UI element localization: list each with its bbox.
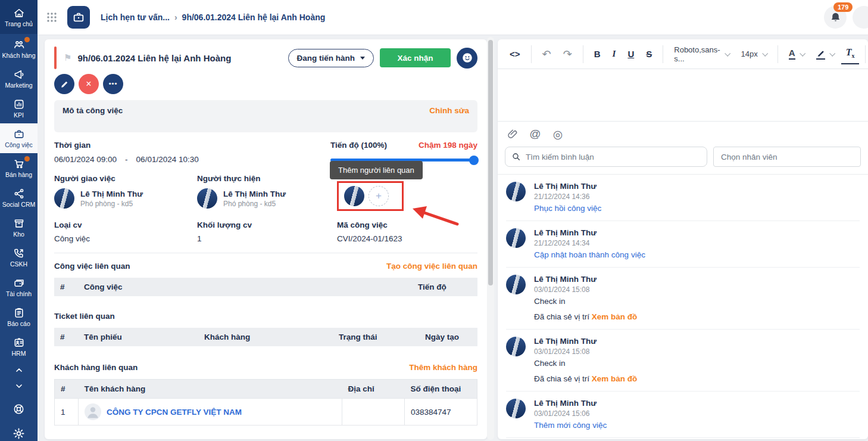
location-pin-icon[interactable]: ◎ xyxy=(551,128,564,141)
font-family-value: Roboto,sans-s... xyxy=(674,45,720,63)
add-related-tooltip: Thêm người liên quan xyxy=(330,161,423,179)
sidebar-footer xyxy=(0,365,38,440)
sidebar-item-cart[interactable]: Bán hàng xyxy=(0,153,38,183)
sidebar-item-label: Khách hàng xyxy=(2,52,35,59)
breadcrumb-current: 9h/06.01.2024 Liên hệ lại Anh Hoàng xyxy=(182,13,326,22)
sidebar-item-home[interactable]: Trang chủ xyxy=(0,0,38,34)
comment-item: Lê Thị Minh Thư03/01/2024 15:06Thêm mới … xyxy=(506,392,860,438)
strikethrough-button[interactable]: S xyxy=(641,45,657,63)
bold-button[interactable]: B xyxy=(589,45,605,63)
comment-shared-location: Đã chia sẻ vị trí Xem bản đồ xyxy=(534,312,637,321)
underline-button[interactable]: U xyxy=(623,45,639,63)
view-map-link[interactable]: Xem bản đồ xyxy=(592,374,638,383)
highlight-color-select[interactable] xyxy=(811,45,839,63)
confirm-button[interactable]: Xác nhận xyxy=(380,48,451,67)
comment-body: Lê Thị Minh Thư03/01/2024 15:06Thêm mới … xyxy=(534,399,607,430)
comment-action[interactable]: Cập nhật hoàn thành công việc xyxy=(534,250,645,259)
comment-list: Lê Thị Minh Thư21/12/2024 14:36Phục hồi … xyxy=(498,174,868,439)
column-header: Công việc xyxy=(78,278,412,296)
status-dropdown[interactable]: Đang tiến hành xyxy=(288,49,374,67)
avatar[interactable] xyxy=(344,186,364,206)
sidebar-item-customers[interactable]: Khách hàng xyxy=(0,34,38,64)
task-action-buttons: × ••• xyxy=(54,74,477,94)
undo-icon[interactable]: ↶ xyxy=(538,44,556,64)
code-view-button[interactable]: <> xyxy=(505,45,525,63)
view-map-link[interactable]: Xem bản đồ xyxy=(592,312,638,321)
caret-down-icon xyxy=(360,57,365,60)
comment-action[interactable]: Phục hồi công việc xyxy=(534,204,601,213)
customer-address xyxy=(342,399,405,426)
comment-author: Lê Thị Minh Thư xyxy=(534,399,607,408)
comment-action: Check in xyxy=(534,297,637,306)
edit-task-button[interactable] xyxy=(54,74,74,94)
comment-author: Lê Thị Minh Thư xyxy=(534,228,645,237)
sidebar-item-label: HRM xyxy=(12,350,26,357)
add-related-person-button[interactable]: + xyxy=(369,186,389,206)
sidebar-item-label: Trang chủ xyxy=(5,21,33,27)
title-actions: Đang tiến hành Xác nhận xyxy=(288,48,478,69)
comment-search-input[interactable] xyxy=(526,153,701,162)
box-icon xyxy=(13,218,25,229)
customer-link[interactable]: CÔNG TY CPCN GETFLY VIỆT NAM xyxy=(85,403,336,420)
comment-editor-area[interactable] xyxy=(498,69,868,122)
comment-body: Lê Thị Minh Thư03/01/2024 15:08Check inĐ… xyxy=(534,275,637,321)
attachment-paperclip-icon[interactable] xyxy=(506,128,519,141)
sidebar-item-finance[interactable]: Tài chính xyxy=(0,272,38,302)
assigner-person[interactable]: Lê Thị Minh Thư Phó phòng - kd5 xyxy=(54,188,197,209)
breadcrumb-parent[interactable]: Lịch hẹn tư vấn... xyxy=(101,13,170,22)
progress-slider-knob[interactable] xyxy=(469,156,479,165)
avatar xyxy=(54,188,74,209)
feedback-smiley-button[interactable] xyxy=(457,48,477,69)
sidebar-item-kpi[interactable]: KPI xyxy=(0,94,38,123)
add-customer-link[interactable]: Thêm khách hàng xyxy=(409,363,477,372)
description-section: Mô tả công việc Chỉnh sửa xyxy=(54,100,477,132)
comment-shared-location: Đã chia sẻ vị trí Xem bản đồ xyxy=(534,374,637,383)
people-row: Người giao việc Lê Thị Minh Thư Phó phòn… xyxy=(54,174,477,211)
clear-formatting-button[interactable]: Tx xyxy=(841,44,860,64)
mention-at-icon[interactable]: @ xyxy=(529,128,542,141)
column-header: Khách hàng xyxy=(198,328,333,346)
sidebar-item-label: Marketing xyxy=(5,82,32,89)
assignee-person[interactable]: Lê Thị Minh Thư Phó phòng - kd5 xyxy=(197,188,337,209)
comment-action[interactable]: Thêm mới công việc xyxy=(534,421,607,430)
app-grid-icon[interactable] xyxy=(46,11,58,23)
main-panel-scrollbar[interactable] xyxy=(487,37,494,440)
font-size-select[interactable]: 14px xyxy=(736,46,772,62)
avatar[interactable] xyxy=(853,6,868,29)
sidebar-item-phone[interactable]: CSKH xyxy=(0,243,38,272)
task-meta-row: Loại cv Công việc Khối lượng cv 1 Mã côn… xyxy=(54,220,477,253)
chevron-up-icon[interactable] xyxy=(13,365,26,375)
related-people-section: Thêm người liên quan + xyxy=(337,174,477,211)
text-color-select[interactable]: A xyxy=(784,45,809,63)
support-icon[interactable] xyxy=(12,402,26,416)
more-actions-button[interactable]: ••• xyxy=(103,74,123,94)
finance-icon xyxy=(13,277,25,289)
sidebar-item-megaphone[interactable]: Marketing xyxy=(0,64,38,94)
sidebar-item-report[interactable]: Báo cáo xyxy=(0,302,38,332)
chevron-down-icon[interactable] xyxy=(13,381,26,392)
sidebar-item-briefcase[interactable]: Công việc xyxy=(0,123,38,153)
scrollbar-thumb[interactable] xyxy=(488,40,493,285)
notification-bell-icon[interactable]: 179 xyxy=(824,6,847,29)
font-family-select[interactable]: Roboto,sans-s... xyxy=(669,42,733,67)
sidebar-item-label: Bán hàng xyxy=(5,172,32,178)
time-start: 06/01/2024 09:00 xyxy=(54,155,117,164)
progress-label: Tiến độ (100%) xyxy=(330,141,387,150)
italic-button[interactable]: I xyxy=(608,45,621,63)
comment-item: Lê Thị Minh Thư21/12/2024 14:36Phục hồi … xyxy=(506,175,860,221)
column-header: Tên phiếu xyxy=(78,328,198,346)
time-section: Thời gian 06/01/2024 09:00 - 06/01/2024 … xyxy=(54,141,330,164)
edit-description-link[interactable]: Chỉnh sửa xyxy=(429,106,469,115)
work-module-icon[interactable] xyxy=(67,6,90,29)
delete-task-button[interactable]: × xyxy=(79,74,99,94)
type-label: Loại cv xyxy=(54,220,197,229)
settings-gear-icon[interactable] xyxy=(12,426,26,440)
employee-filter-input[interactable] xyxy=(721,153,853,162)
create-related-task-link[interactable]: Tạo công việc liên quan xyxy=(386,262,477,271)
redo-icon[interactable]: ↷ xyxy=(558,44,577,64)
comment-filter-row xyxy=(498,145,868,174)
sidebar-item-share[interactable]: Social CRM xyxy=(0,183,38,213)
description-label: Mô tả công việc xyxy=(63,106,123,115)
sidebar-item-box[interactable]: Kho xyxy=(0,213,38,243)
sidebar-item-hrm[interactable]: HRM xyxy=(0,332,38,362)
